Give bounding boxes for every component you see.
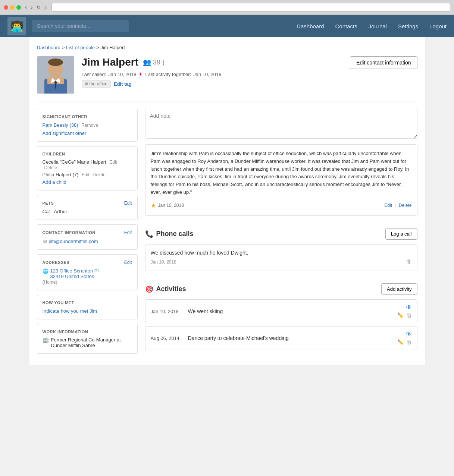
sidebar: SIGNIFICANT OTHER Pam Beesly (38) Remove…: [37, 109, 138, 354]
add-activity-button[interactable]: Add activity: [381, 283, 417, 295]
delete-child-1-link[interactable]: Delete: [44, 165, 57, 170]
refresh-button[interactable]: ↻: [35, 4, 42, 10]
remove-significant-other-link[interactable]: Remove: [81, 123, 98, 128]
children-title: CHILDREN: [43, 152, 132, 156]
story-delete-link[interactable]: Delete: [399, 203, 412, 208]
contact-info-title: CONTACT INFORMATION: [43, 230, 96, 235]
note-textarea[interactable]: [145, 109, 417, 139]
logo-icon: 👨‍💻: [10, 20, 24, 32]
indicate-how-met-link[interactable]: Indicate how you met Jim: [43, 308, 97, 314]
contact-info-edit-link[interactable]: Edit: [124, 230, 132, 235]
maximize-dot[interactable]: [16, 5, 21, 10]
profile-name: Jim Halpert: [82, 56, 139, 68]
last-called-date: Jan 10, 2018: [108, 72, 136, 77]
edit-child-1-link[interactable]: Edit: [109, 160, 117, 165]
children-panel: CHILDREN Cecelia "CeCe" Marie Halpert Ed…: [37, 146, 138, 190]
search-input[interactable]: [32, 20, 129, 32]
activity-edit-icon-2[interactable]: ✏️: [397, 339, 404, 345]
add-significant-other-link[interactable]: Add significant other: [43, 130, 87, 136]
activity-view-icon-1[interactable]: 👁: [406, 304, 412, 311]
delete-child-2-link[interactable]: Delete: [93, 172, 106, 177]
activity-edit-icon-1[interactable]: ✏️: [397, 312, 404, 318]
story-actions: Edit | Delete: [384, 202, 411, 209]
work-icon: 🏢: [43, 337, 49, 343]
close-dot[interactable]: [4, 5, 8, 10]
how-you-met-panel: HOW YOU MET Indicate how you met Jim: [37, 295, 138, 319]
avatar: [37, 56, 74, 94]
top-nav: 👨‍💻 Dashboard Contacts Journal Settings …: [0, 15, 454, 37]
significant-other-link[interactable]: Pam Beesly (38): [43, 122, 80, 128]
activities-icon: 🎯: [145, 285, 153, 293]
address-type: (Home): [43, 280, 57, 285]
call-date-1: Jan 10, 2018: [151, 259, 176, 265]
nav-logout[interactable]: Logout: [429, 23, 447, 29]
minimize-dot[interactable]: [10, 5, 15, 10]
breadcrumb-dashboard[interactable]: Dashboard: [37, 45, 61, 50]
tag-badge: the office: [82, 80, 111, 88]
star-icon: ★: [151, 201, 156, 211]
edit-tag-link[interactable]: Edit tag: [114, 81, 132, 87]
content-row: SIGNIFICANT OTHER Pam Beesly (38) Remove…: [37, 109, 417, 354]
work-info-text: 🏢 Former Regional Co-Manager at Dunder M…: [43, 337, 132, 348]
story-block: Jim's relationship with Pam is occasiona…: [145, 144, 417, 216]
activity-date-1: Jan 10, 2018: [151, 309, 188, 314]
profile-info: Jim Halpert 👥 39) Last called: Jan 10, 2…: [82, 56, 350, 88]
back-button[interactable]: ‹: [24, 4, 28, 11]
add-child-link[interactable]: Add a child: [43, 179, 66, 185]
addresses-edit-link[interactable]: Edit: [124, 260, 132, 265]
nav-dashboard[interactable]: Dashboard: [297, 23, 324, 29]
nav-journal[interactable]: Journal: [369, 23, 387, 29]
breadcrumb-list[interactable]: List of people: [66, 45, 95, 50]
significant-other-title: SIGNIFICANT OTHER: [43, 114, 132, 119]
home-button[interactable]: ⌂: [43, 4, 48, 10]
pets-title: PETS: [43, 201, 54, 205]
activity-text-2: Dance party to celebrate Michael's weddi…: [188, 335, 397, 341]
phone-divider: [145, 222, 417, 222]
activity-item-2: Aug 06, 2014 Dance party to celebrate Mi…: [145, 326, 417, 350]
activity-date-2: Aug 06, 2014: [151, 335, 188, 341]
last-activity-label: Last activity together:: [145, 72, 191, 77]
address-item: 🌐 123 Office Scranton Pl 32419 United St…: [43, 268, 132, 285]
story-text: Jim's relationship with Pam is occasiona…: [151, 150, 412, 196]
story-footer: ★ Jan 10, 2018 Edit | Delete: [151, 201, 412, 211]
child-item-1: Cecelia "CeCe" Marie Halpert Edit Delete: [43, 159, 132, 170]
story-edit-link[interactable]: Edit: [384, 203, 392, 208]
activity-delete-icon-1[interactable]: 🗑: [407, 312, 412, 318]
logo: 👨‍💻: [7, 17, 26, 35]
pet-item: Cat - Arthur: [43, 209, 132, 214]
main-content: Jim's relationship with Pam is occasiona…: [145, 109, 417, 354]
work-info-panel: WORK INFORMATION 🏢 Former Regional Co-Ma…: [37, 324, 138, 354]
call-delete-icon[interactable]: 🗑: [406, 259, 412, 265]
tag-dot-icon: [85, 82, 88, 85]
tag-label: the office: [90, 81, 107, 86]
edit-contact-button[interactable]: Edit contact information: [350, 56, 417, 69]
svg-point-7: [48, 59, 63, 66]
address-link[interactable]: 🌐 123 Office Scranton Pl 32419 United St…: [43, 268, 132, 279]
activity-delete-icon-2[interactable]: 🗑: [407, 339, 412, 345]
log-call-button[interactable]: Log a call: [385, 228, 417, 240]
forward-button[interactable]: ›: [29, 4, 34, 11]
activity-view-icon-2[interactable]: 👁: [406, 331, 412, 338]
significant-other-panel: SIGNIFICANT OTHER Pam Beesly (38) Remove…: [37, 109, 138, 142]
contact-info-panel: CONTACT INFORMATION Edit ✉ jim@dundermif…: [37, 224, 138, 250]
call-footer-1: Jan 10, 2018 🗑: [151, 259, 412, 265]
address-bar[interactable]: [51, 3, 450, 12]
addresses-panel: ADDRESSES Edit 🌐 123 Office Scranton Pl …: [37, 254, 138, 290]
nav-contacts[interactable]: Contacts: [335, 23, 357, 29]
pets-panel: PETS Edit Cat - Arthur: [37, 195, 138, 220]
nav-settings[interactable]: Settings: [398, 23, 418, 29]
how-you-met-title: HOW YOU MET: [43, 300, 132, 305]
edit-child-2-link[interactable]: Edit: [82, 172, 90, 177]
profile-header: Jim Halpert 👥 39) Last called: Jan 10, 2…: [37, 56, 417, 101]
pets-edit-link[interactable]: Edit: [124, 201, 132, 206]
breadcrumb: Dashboard > List of people > Jim Halpert: [37, 45, 417, 50]
call-item-1: We discussed how much he loved Dwight. J…: [145, 244, 417, 271]
child-item-2: Philip Halpert (7) Edit Delete: [43, 172, 132, 177]
main-nav: Dashboard Contacts Journal Settings Logo…: [297, 23, 447, 29]
profile-meta: Last called: Jan 10, 2018 ✦ Last activit…: [82, 71, 350, 77]
activity-text-1: We went skiing: [188, 308, 397, 314]
story-date: ★ Jan 10, 2018: [151, 201, 184, 211]
phone-calls-icon: 📞: [145, 230, 153, 238]
profile-photo: [37, 56, 74, 94]
email-link[interactable]: jim@dundermifflin.com: [49, 239, 98, 244]
